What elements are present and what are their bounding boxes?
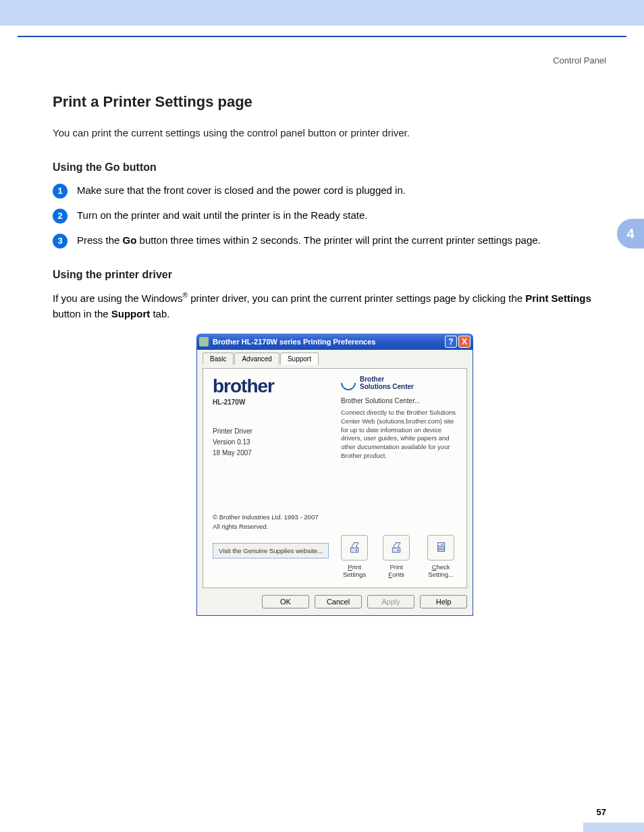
- running-header: Control Panel: [553, 55, 606, 66]
- dialog-screenshot: Brother HL-2170W series Printing Prefere…: [196, 334, 473, 616]
- model-label: HL-2170W: [213, 398, 329, 406]
- printer-icon: 🖨: [341, 535, 368, 561]
- solutions-swirl-icon: [338, 372, 358, 393]
- support-right-column: Brother Solutions Center Brother Solutio…: [341, 375, 457, 578]
- print-fonts-button[interactable]: 🖨 Print Fonts: [383, 535, 410, 578]
- tab-advanced[interactable]: Advanced: [234, 353, 279, 365]
- step-badge-2: 2: [53, 209, 68, 224]
- step-badge-1: 1: [53, 184, 68, 199]
- tab-basic[interactable]: Basic: [203, 353, 234, 365]
- step-2-text: Turn on the printer and wait until the p…: [77, 208, 368, 224]
- intro-paragraph: You can print the current settings using…: [53, 126, 617, 141]
- support-left-column: brother HL-2170W Printer Driver Version …: [213, 375, 329, 578]
- dialog-titlebar: Brother HL-2170W series Printing Prefere…: [196, 334, 473, 350]
- dialog-tabs: Basic Advanced Support: [203, 353, 467, 365]
- subheading-go-button: Using the Go button: [53, 161, 617, 174]
- titlebar-help-button[interactable]: ?: [445, 336, 457, 348]
- titlebar-close-button[interactable]: X: [458, 336, 471, 348]
- top-band: [0, 0, 644, 26]
- dialog-title: Brother HL-2170W series Printing Prefere…: [213, 338, 375, 346]
- step-3: 3 Press the Go button three times within…: [53, 233, 617, 249]
- header-rule: [18, 36, 626, 37]
- solutions-center-logo: Brother Solutions Center: [341, 375, 457, 390]
- subheading-printer-driver: Using the printer driver: [53, 269, 617, 281]
- titlebar-app-icon: [199, 337, 209, 346]
- apply-button[interactable]: Apply: [367, 595, 414, 608]
- help-button[interactable]: Help: [420, 595, 467, 608]
- support-panel: brother HL-2170W Printer Driver Version …: [203, 368, 467, 588]
- tab-support[interactable]: Support: [280, 353, 319, 365]
- page-title: Print a Printer Settings page: [53, 93, 617, 111]
- page-content: Print a Printer Settings page You can pr…: [53, 93, 617, 616]
- step-1-text: Make sure that the front cover is closed…: [77, 183, 406, 199]
- copyright-text: © Brother Industries Ltd. 1993 - 2007 Al…: [213, 513, 329, 532]
- print-settings-label: rint Settings: [343, 563, 366, 578]
- page-number: 57: [597, 807, 606, 817]
- solutions-center-link[interactable]: Brother Solutions Center...: [341, 397, 457, 405]
- step-2: 2 Turn on the printer and wait until the…: [53, 208, 617, 224]
- step-3-text: Press the Go button three times within 2…: [77, 233, 541, 249]
- ok-button[interactable]: OK: [262, 595, 309, 608]
- genuine-supplies-button[interactable]: Visit the Genuine Supplies website...: [213, 543, 329, 558]
- monitor-icon: 🖥: [427, 535, 454, 561]
- solutions-center-description: Connect directly to the Brother Solution…: [341, 409, 457, 461]
- check-setting-button[interactable]: 🖥 Check Setting...: [425, 535, 457, 578]
- driver-info: Printer Driver Version 0.13 18 May 2007: [213, 426, 329, 459]
- dialog-body: Basic Advanced Support brother HL-2170W …: [196, 350, 473, 616]
- cancel-button[interactable]: Cancel: [315, 595, 362, 608]
- footer-band: [583, 823, 644, 832]
- print-settings-button[interactable]: 🖨 Print Settings: [341, 535, 368, 578]
- driver-paragraph: If you are using the Windows® printer dr…: [53, 290, 617, 322]
- printer-fonts-icon: 🖨: [383, 535, 410, 561]
- support-action-row: 🖨 Print Settings 🖨 Print Fonts 🖥 Check S…: [341, 535, 457, 578]
- brother-logo: brother: [213, 375, 329, 397]
- step-1: 1 Make sure that the front cover is clos…: [53, 183, 617, 199]
- dialog-button-row: OK Cancel Apply Help: [203, 595, 467, 608]
- chapter-tab: 4: [617, 219, 644, 249]
- step-badge-3: 3: [53, 234, 68, 249]
